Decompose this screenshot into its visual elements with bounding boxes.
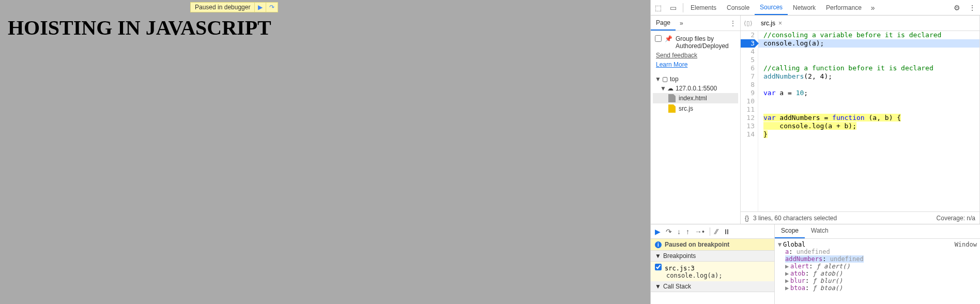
debugger-left: ▶ ↷ ↓ ↑ →• ⁄⁄ ⏸ i Paused on breakpoint ▼… <box>651 224 775 304</box>
nav-back-icon[interactable]: ⟨▯⟩ <box>741 20 756 27</box>
code-area[interactable]: 234567891011121314 //consoling a variabl… <box>741 31 979 211</box>
tab-sources[interactable]: Sources <box>755 1 788 15</box>
separator <box>683 3 683 12</box>
breakpoint-item[interactable]: src.js:3 console.log(a); <box>651 262 774 281</box>
file-icon <box>668 94 676 102</box>
tree-file-src[interactable]: src.js <box>653 103 738 114</box>
scope-body[interactable]: Window ▼Global a: undefined addNumbers: … <box>775 239 980 304</box>
editor-status-bar: {} 3 lines, 60 characters selected Cover… <box>741 211 979 224</box>
breakpoints-header[interactable]: ▼Breakpoints <box>651 251 774 262</box>
tab-watch[interactable]: Watch <box>805 224 835 238</box>
step-out-button[interactable]: ↑ <box>686 227 690 236</box>
resume-button[interactable]: ▶ <box>655 227 661 236</box>
learn-more-link[interactable]: Learn More <box>653 60 691 69</box>
paused-message: i Paused on breakpoint <box>651 239 774 251</box>
tree-file-index[interactable]: index.html <box>653 93 738 103</box>
callstack-header[interactable]: ▼Call Stack <box>651 281 774 292</box>
debug-overlay-badge: Paused in debugger ▶ ↷ <box>190 2 278 12</box>
debug-controls: ▶ ↷ ↓ ↑ →• ⁄⁄ ⏸ <box>651 224 774 239</box>
tree-host[interactable]: ▼☁127.0.0.1:5500 <box>653 84 738 93</box>
resume-icon[interactable]: ▶ <box>254 3 266 12</box>
file-icon <box>668 104 676 113</box>
step-button[interactable]: →• <box>695 227 705 236</box>
devtools-toolbar: ⬚ ▭ Elements Console Sources Network Per… <box>651 0 980 16</box>
page-heading: HOISTING IN JAVASCRIPT <box>8 16 642 40</box>
devtools-panel: ⬚ ▭ Elements Console Sources Network Per… <box>650 0 980 304</box>
tab-performance[interactable]: Performance <box>821 1 867 14</box>
group-files-row: 📌 Group files by Authored/Deployed <box>653 34 738 51</box>
status-selection: 3 lines, 60 characters selected <box>753 215 837 222</box>
deactivate-bp-button[interactable]: ⁄⁄ <box>715 227 718 236</box>
file-tree: ▼▢top ▼☁127.0.0.1:5500 index.html src.js <box>653 74 738 114</box>
pause-exceptions-button[interactable]: ⏸ <box>723 227 730 236</box>
group-files-label: Group files by Authored/Deployed <box>676 35 736 50</box>
status-coverage: Coverage: n/a <box>937 215 975 222</box>
tree-top[interactable]: ▼▢top <box>653 74 738 84</box>
info-icon: i <box>655 241 662 248</box>
file-tab-label: src.js <box>761 20 775 27</box>
tab-console[interactable]: Console <box>722 1 755 14</box>
nav-tab-page[interactable]: Page <box>651 16 676 31</box>
group-files-checkbox[interactable] <box>655 35 662 42</box>
braces-icon[interactable]: {} <box>745 215 749 222</box>
navigator-panel: Page » ⋮ 📌 Group files by Authored/Deplo… <box>651 16 741 224</box>
tab-scope[interactable]: Scope <box>775 224 805 238</box>
navigator-body: 📌 Group files by Authored/Deployed Send … <box>651 31 740 224</box>
tab-network[interactable]: Network <box>788 1 821 14</box>
code-lines[interactable]: //consoling a variable before it is decl… <box>758 31 979 211</box>
send-feedback-link[interactable]: Send feedback <box>653 51 700 60</box>
kebab-icon[interactable]: ⋮ <box>964 4 980 12</box>
settings-icon[interactable]: ⚙ <box>950 4 964 12</box>
rendered-page: Paused in debugger ▶ ↷ HOISTING IN JAVAS… <box>0 0 650 304</box>
tab-elements[interactable]: Elements <box>685 1 722 14</box>
step-over-icon[interactable]: ↷ <box>266 3 278 12</box>
more-tabs-icon[interactable]: » <box>867 4 879 12</box>
nav-more-icon[interactable]: » <box>676 20 687 27</box>
debug-badge-text: Paused in debugger <box>191 3 254 12</box>
window-label: Window <box>955 241 977 248</box>
devtools-body: Page » ⋮ 📌 Group files by Authored/Deplo… <box>651 16 980 224</box>
gutter[interactable]: 234567891011121314 <box>741 31 758 211</box>
editor-panel: ⟨▯⟩ src.js × 234567891011121314 //consol… <box>741 16 980 224</box>
nav-kebab-icon[interactable]: ⋮ <box>726 20 740 27</box>
pin-icon: 📌 <box>665 35 672 42</box>
file-tabs: ⟨▯⟩ src.js × <box>741 16 979 31</box>
step-over-button[interactable]: ↷ <box>666 227 672 236</box>
device-icon[interactable]: ▭ <box>666 4 681 12</box>
navigator-tabs: Page » ⋮ <box>651 16 740 31</box>
scope-tabs: Scope Watch <box>775 224 980 239</box>
breakpoint-checkbox[interactable] <box>655 264 662 270</box>
close-icon[interactable]: × <box>778 20 782 27</box>
scope-panel: Scope Watch Window ▼Global a: undefined … <box>775 224 980 304</box>
file-tab-src[interactable]: src.js × <box>756 18 787 29</box>
debugger-area: ▶ ↷ ↓ ↑ →• ⁄⁄ ⏸ i Paused on breakpoint ▼… <box>651 224 980 304</box>
inspect-icon[interactable]: ⬚ <box>651 4 666 12</box>
step-into-button[interactable]: ↓ <box>677 227 681 236</box>
